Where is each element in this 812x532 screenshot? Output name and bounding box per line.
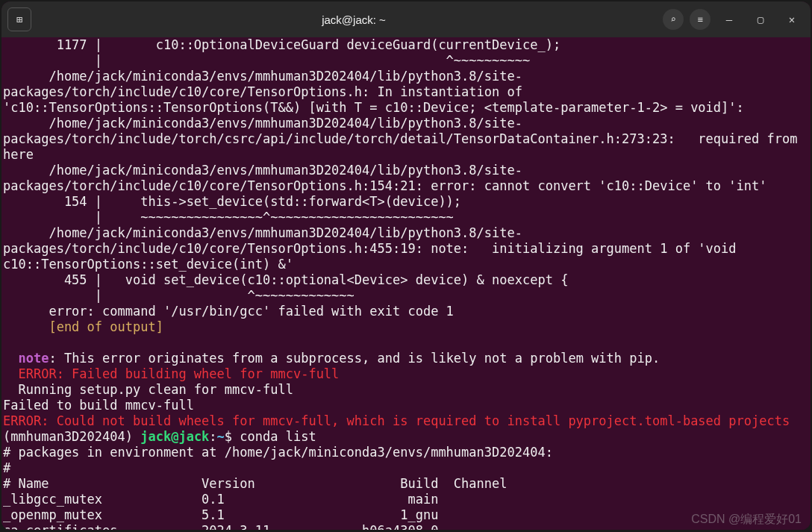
- terminal-window: ⊞ jack@jack: ~ ⌕ ≡ — ▢ ✕ 1177 | c10::Opt…: [1, 1, 811, 530]
- table-row: ca-certificates 2024.3.11 h06a4308_0: [3, 523, 438, 530]
- output-line: 1177 | c10::OptionalDeviceGuard deviceGu…: [3, 37, 560, 52]
- output-line: /home/jack/miniconda3/envs/mmhuman3D2024…: [3, 163, 767, 193]
- command-input: conda list: [240, 429, 316, 444]
- prompt-path: ~: [217, 429, 225, 444]
- window-title: jack@jack: ~: [45, 13, 663, 26]
- output-line: error: command '/usr/bin/gcc' failed wit…: [3, 304, 454, 319]
- error-line: ERROR: Could not build wheels for mmcv-f…: [3, 413, 790, 428]
- new-tab-button[interactable]: ⊞: [7, 7, 31, 31]
- output-line: | ^~~~~~~~~~~: [3, 53, 530, 68]
- table-row: _openmp_mutex 5.1 1_gnu: [3, 507, 438, 522]
- note-text: : This error originates from a subproces…: [49, 351, 660, 366]
- output-line: 154 | this->set_device(std::forward<T>(d…: [3, 194, 461, 209]
- output-line: /home/jack/miniconda3/envs/mmhuman3D2024…: [3, 69, 744, 115]
- close-button[interactable]: ✕: [779, 9, 805, 30]
- prompt-colon: :: [209, 429, 216, 444]
- watermark: CSDN @编程爱好01: [691, 511, 802, 527]
- titlebar: ⊞ jack@jack: ~ ⌕ ≡ — ▢ ✕: [1, 1, 811, 37]
- error-line: ERROR: Failed building wheel for mmcv-fu…: [3, 366, 339, 381]
- menu-button[interactable]: ≡: [690, 9, 710, 30]
- output-line: /home/jack/miniconda3/envs/mmhuman3D2024…: [3, 116, 805, 162]
- minimize-button[interactable]: —: [716, 9, 742, 30]
- output-line: Failed to build mmcv-full: [3, 398, 194, 413]
- prompt-dollar: $: [225, 429, 240, 444]
- output-line: 455 | void set_device(c10::optional<Devi…: [3, 272, 568, 287]
- prompt-user: jack@jack: [140, 429, 209, 444]
- note-label: note: [3, 351, 49, 366]
- terminal-content[interactable]: 1177 | c10::OptionalDeviceGuard deviceGu…: [1, 37, 811, 530]
- table-row: _libgcc_mutex 0.1 main: [3, 492, 438, 507]
- output-line: /home/jack/miniconda3/envs/mmhuman3D2024…: [3, 225, 744, 272]
- output-line: #: [3, 460, 10, 475]
- package-header: # packages in environment at /home/jack/…: [3, 445, 553, 460]
- table-header: # Name Version Build Channel: [3, 476, 508, 491]
- prompt-env: (mmhuman3D202404): [3, 429, 140, 444]
- output-line: | ^~~~~~~~~~~~~~: [3, 288, 355, 303]
- output-line: Running setup.py clean for mmcv-full: [3, 382, 293, 397]
- end-of-output: [end of output]: [3, 319, 163, 334]
- maximize-button[interactable]: ▢: [748, 9, 773, 30]
- output-line: | ~~~~~~~~~~~~~~~~^~~~~~~~~~~~~~~~~~~~~~…: [3, 210, 454, 225]
- search-button[interactable]: ⌕: [663, 9, 684, 30]
